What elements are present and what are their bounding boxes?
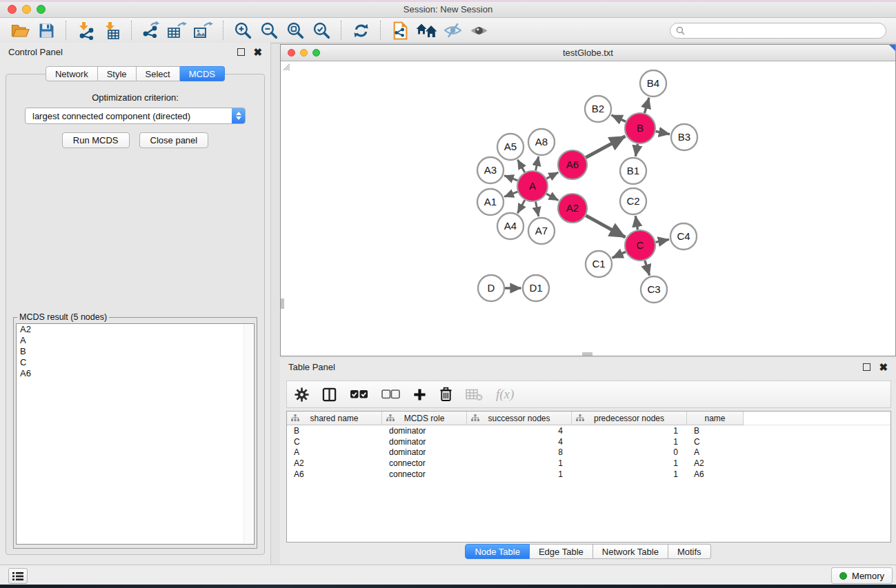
graph-node-A2[interactable]: A2 — [558, 194, 587, 223]
graph-edge-C-C4[interactable] — [656, 239, 669, 242]
mcds-result-item[interactable]: C — [17, 357, 254, 368]
import-network-icon[interactable] — [74, 19, 97, 41]
graph-edge-B-B1[interactable] — [635, 144, 637, 156]
graph-edge-C-C3[interactable] — [645, 261, 650, 276]
graph-node-A6[interactable]: A6 — [558, 150, 587, 179]
table-cell[interactable]: connector — [382, 469, 467, 479]
tab-select[interactable]: Select — [137, 66, 180, 81]
graph-edge-C-C2[interactable] — [635, 216, 637, 230]
table-cell[interactable]: 1 — [572, 426, 687, 436]
graph-node-D[interactable]: D — [478, 275, 504, 301]
graph-edge-B-B3[interactable] — [656, 132, 670, 134]
home-networks-icon[interactable] — [415, 19, 437, 41]
graph-node-B2[interactable]: B2 — [585, 96, 611, 122]
column-header-name[interactable]: name — [687, 412, 744, 425]
table-cell[interactable]: 1 — [572, 458, 687, 468]
table-cell[interactable]: 1 — [467, 469, 572, 479]
table-cell[interactable]: B — [687, 426, 744, 436]
close-panel-icon[interactable]: ✖ — [253, 47, 262, 57]
zoom-selected-icon[interactable] — [310, 19, 332, 41]
graph-node-C[interactable]: C — [625, 230, 655, 261]
float-table-panel-icon[interactable] — [863, 363, 870, 371]
mcds-result-item[interactable]: A6 — [17, 368, 254, 379]
show-column-panel-icon[interactable] — [322, 387, 337, 402]
graph-edge-A-A6[interactable] — [546, 172, 558, 179]
table-cell[interactable]: 1 — [572, 469, 687, 479]
table-row[interactable]: A2connector11A2 — [287, 458, 890, 469]
graph-edge-C-C1[interactable] — [613, 252, 626, 258]
select-all-icon[interactable] — [350, 389, 368, 399]
graph-node-C1[interactable]: C1 — [586, 251, 612, 277]
graph-node-D1[interactable]: D1 — [523, 275, 549, 301]
import-table-icon[interactable] — [101, 19, 123, 41]
table-cell[interactable]: 1 — [572, 437, 687, 447]
memory-button[interactable]: Memory — [831, 567, 893, 584]
table-settings-gear-icon[interactable] — [295, 387, 309, 402]
export-image-icon[interactable] — [192, 19, 215, 41]
table-cell[interactable]: 0 — [572, 447, 687, 457]
graph-node-A5[interactable]: A5 — [497, 134, 524, 160]
export-table-icon[interactable] — [166, 19, 188, 41]
task-history-button[interactable] — [8, 568, 28, 584]
search-input[interactable] — [688, 25, 880, 36]
mcds-result-item[interactable]: A — [17, 335, 254, 346]
graph-edge-A2-C[interactable] — [586, 216, 625, 238]
run-mcds-button[interactable]: Run MCDS — [62, 132, 130, 148]
graph-node-C2[interactable]: C2 — [620, 188, 646, 214]
table-cell[interactable]: A6 — [287, 469, 382, 479]
list-scrollbar[interactable] — [243, 325, 253, 543]
open-session-icon[interactable] — [9, 19, 31, 41]
table-row[interactable]: Bdominator41B — [287, 425, 890, 436]
network-window-titlebar[interactable]: testGlobe.txt — [281, 45, 895, 61]
zoom-fit-icon[interactable] — [284, 19, 306, 41]
table-row[interactable]: A6connector11A6 — [287, 469, 890, 480]
close-panel-button[interactable]: Close panel — [139, 132, 209, 148]
save-session-icon[interactable] — [35, 19, 57, 41]
table-cell[interactable]: dominator — [382, 447, 467, 457]
delete-table-icon[interactable] — [466, 388, 483, 401]
table-cell[interactable]: connector — [382, 458, 467, 468]
show-eye-icon[interactable] — [468, 19, 490, 41]
refresh-icon[interactable] — [350, 19, 372, 41]
graph-node-C4[interactable]: C4 — [670, 223, 697, 250]
zoom-out-icon[interactable] — [258, 19, 280, 41]
mcds-result-item[interactable]: B — [17, 346, 254, 357]
table-cell[interactable]: 1 — [467, 458, 572, 468]
table-cell[interactable]: 4 — [467, 437, 572, 447]
graph-node-A4[interactable]: A4 — [497, 213, 524, 239]
table-cell[interactable]: dominator — [382, 426, 467, 436]
clone-network-icon[interactable] — [389, 19, 411, 41]
graph-node-B3[interactable]: B3 — [671, 124, 697, 150]
table-cell[interactable]: A2 — [287, 458, 382, 468]
table-tab-motifs[interactable]: Motifs — [668, 544, 711, 559]
table-row[interactable]: Cdominator41C — [287, 436, 890, 447]
float-panel-icon[interactable] — [237, 48, 245, 56]
table-cell[interactable]: C — [687, 437, 744, 447]
table-cell[interactable]: A — [687, 447, 744, 457]
table-cell[interactable]: C — [287, 437, 382, 447]
column-header-successor-nodes[interactable]: successor nodes — [467, 412, 572, 425]
table-tab-node-table[interactable]: Node Table — [465, 544, 530, 559]
graph-edge-A-A2[interactable] — [546, 194, 558, 201]
close-table-panel-icon[interactable]: ✖ — [879, 362, 888, 372]
table-cell[interactable]: dominator — [382, 437, 467, 447]
graph-node-A7[interactable]: A7 — [528, 218, 555, 244]
table-cell[interactable]: A — [287, 447, 382, 457]
network-canvas[interactable]: B4B2BB3B1A5A8A6A3AA1A2A4A7C2CC4C1C3DD1 — [281, 61, 895, 356]
table-row[interactable]: Adominator80A — [287, 447, 890, 458]
column-header-MCDS-role[interactable]: MCDS role — [382, 412, 467, 425]
graph-edge-A-A3[interactable] — [504, 176, 517, 181]
tab-network[interactable]: Network — [46, 66, 98, 81]
table-cell[interactable]: A6 — [687, 469, 744, 479]
graph-edge-A6-B[interactable] — [586, 136, 625, 158]
tab-mcds[interactable]: MCDS — [180, 66, 225, 81]
graph-node-B4[interactable]: B4 — [640, 70, 666, 97]
add-column-plus-icon[interactable] — [413, 388, 426, 401]
graph-edge-A-A8[interactable] — [536, 156, 539, 170]
delete-column-trash-icon[interactable] — [439, 387, 452, 402]
export-network-icon[interactable] — [140, 19, 162, 41]
deselect-all-icon[interactable] — [381, 389, 400, 399]
graph-edge-A-A5[interactable] — [518, 160, 525, 172]
mcds-result-item[interactable]: A2 — [17, 324, 254, 335]
graph-edge-A-A4[interactable] — [517, 200, 525, 213]
